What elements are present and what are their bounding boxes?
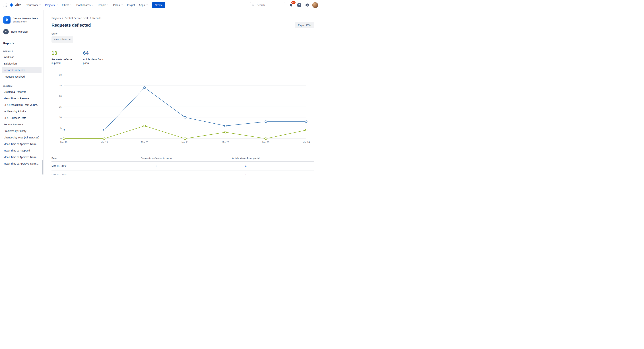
profile-button[interactable]: [312, 2, 318, 8]
data-point[interactable]: [103, 138, 105, 140]
notification-badge: 9+: [291, 1, 296, 4]
sidebar-group-title: CUSTOM: [3, 85, 42, 87]
nav-item-insight[interactable]: Insight: [125, 0, 137, 10]
table-header-row: DateRequests deflected in portalArticle …: [52, 155, 314, 162]
chart-container: 051015202530Mar 18Mar 19Mar 20Mar 21Mar …: [52, 73, 314, 146]
settings-button[interactable]: [304, 2, 310, 8]
nav-item-apps[interactable]: Apps: [137, 0, 150, 10]
data-point[interactable]: [305, 129, 307, 131]
table-body: Mar 18, 202204Mar 19, 202204: [52, 162, 314, 174]
nav-item-people[interactable]: People: [96, 0, 111, 10]
table-row: Mar 18, 202204: [52, 162, 314, 171]
breadcrumb-link-central-service-desk[interactable]: Central Service Desk: [64, 17, 88, 19]
y-tick-label: 0: [60, 137, 62, 140]
table-cell-date: Mar 18, 2022: [52, 165, 117, 167]
data-point[interactable]: [224, 131, 226, 133]
table-cell-deflected-link[interactable]: 0: [117, 173, 196, 174]
nav-item-plans[interactable]: Plans: [111, 0, 125, 10]
data-point[interactable]: [265, 138, 267, 140]
app-switcher-button[interactable]: [2, 2, 8, 8]
stat-value: 64: [83, 50, 106, 56]
data-point[interactable]: [144, 87, 146, 89]
sidebar-item-mean-time-to-resolve[interactable]: Mean Time to Resolve: [2, 95, 42, 102]
search-input[interactable]: [250, 2, 286, 8]
page-title: Requests deflected: [52, 23, 91, 28]
page-layout: Central Service Desk Service project Bac…: [0, 10, 322, 174]
back-to-project-link[interactable]: Back to project: [3, 29, 42, 34]
app-grid-icon: [3, 3, 7, 7]
project-name: Central Service Desk: [13, 17, 38, 20]
back-to-project-label: Back to project: [11, 30, 28, 33]
sidebar-item-mean-time-to-respond[interactable]: Mean Time to Respond: [2, 147, 42, 154]
sidebar-item-incidents-by-priority[interactable]: Incidents by Priority: [2, 108, 42, 115]
y-tick-label: 5: [60, 127, 62, 129]
project-avatar: [3, 16, 10, 23]
data-point[interactable]: [144, 125, 146, 127]
nav-item-filters[interactable]: Filters: [60, 0, 74, 10]
x-tick-label: Mar 21: [182, 141, 188, 143]
nav-item-label: Your work: [26, 4, 38, 6]
sidebar-item-mean-time-to-approve-norm[interactable]: Mean Time to Approve 'Norm...: [2, 141, 42, 147]
nav-item-your-work[interactable]: Your work: [24, 0, 43, 10]
avatar: [312, 2, 318, 8]
nav-item-label: Dashboards: [76, 4, 90, 6]
sidebar-item-problems-by-priority[interactable]: Problems by Priority: [2, 128, 42, 134]
sidebar-item-requests-deflected[interactable]: Requests deflected: [2, 67, 42, 73]
stat-article-views-from-portal: 64Article views from portal: [83, 50, 106, 65]
notifications-button[interactable]: 9+: [288, 2, 294, 8]
data-point[interactable]: [184, 116, 186, 118]
sidebar-item-service-requests[interactable]: Service Requests: [2, 121, 42, 128]
nav-item-label: People: [98, 4, 106, 6]
summary-stats: 13Requests deflected in portal64Article …: [52, 50, 314, 65]
nav-item-label: Insight: [127, 4, 135, 6]
breadcrumb-link-projects[interactable]: Projects: [52, 17, 61, 19]
sidebar-item-created-resolved[interactable]: Created & Resolved: [2, 89, 42, 95]
sidebar-item-sla-success-rate[interactable]: SLA - Success Rate: [2, 115, 42, 121]
period-dropdown[interactable]: Past 7 days: [52, 36, 73, 42]
top-navigation: Jira Your workProjectsFiltersDashboardsP…: [0, 0, 322, 10]
stat-label: Article views from portal: [83, 58, 106, 65]
data-point[interactable]: [265, 120, 267, 122]
breadcrumb: Projects/Central Service Desk/Reports: [52, 17, 314, 19]
nav-item-label: Filters: [62, 4, 69, 6]
create-button[interactable]: Create: [152, 2, 165, 8]
table-cell-deflected-link[interactable]: 0: [117, 165, 196, 167]
sidebar-group-title: DEFAULT: [3, 50, 42, 52]
nav-item-projects[interactable]: Projects: [43, 0, 60, 10]
stat-label: Requests deflected in portal: [52, 58, 75, 65]
sidebar-item-mean-time-to-approve-norm[interactable]: Mean Time to Approve 'Norm...: [2, 154, 42, 160]
project-type: Service project: [13, 20, 38, 23]
nav-item-label: Apps: [139, 4, 145, 6]
chevron-down-icon: [68, 38, 71, 41]
breadcrumb-link-reports[interactable]: Reports: [92, 17, 101, 19]
sidebar-item-sla-resolution-met-vs-bre[interactable]: SLA (Resolution) - Met vs Bre...: [2, 102, 42, 108]
sidebar-item-mean-time-to-approve-norm[interactable]: Mean Time to Approve 'Norm...: [2, 160, 42, 167]
sidebar: Central Service Desk Service project Bac…: [0, 10, 44, 174]
chevron-down-icon: [92, 4, 94, 6]
sidebar-heading: Reports: [3, 42, 42, 45]
project-meta: Central Service Desk Service project: [13, 17, 38, 23]
data-point[interactable]: [63, 138, 65, 140]
y-tick-label: 20: [59, 95, 62, 97]
sidebar-item-satisfaction[interactable]: Satisfaction: [2, 60, 42, 67]
table-cell-views-link[interactable]: 4: [196, 173, 296, 174]
nav-item-dashboards[interactable]: Dashboards: [74, 0, 96, 10]
data-point[interactable]: [63, 129, 65, 131]
data-point[interactable]: [305, 120, 307, 122]
jira-logo[interactable]: Jira: [8, 3, 24, 7]
export-csv-button[interactable]: Export CSV: [295, 22, 314, 28]
rocket-icon: [5, 18, 9, 22]
sidebar-scrollbar[interactable]: [42, 160, 43, 174]
sidebar-item-workload[interactable]: Workload: [2, 54, 42, 60]
sidebar-item-requests-resolved[interactable]: Requests resolved: [2, 73, 42, 80]
table-cell-views-link[interactable]: 4: [196, 165, 296, 167]
data-point[interactable]: [103, 129, 105, 131]
breadcrumb-separator: /: [90, 17, 91, 19]
chevron-down-icon: [121, 4, 123, 6]
data-point[interactable]: [224, 125, 226, 127]
data-point[interactable]: [184, 138, 186, 140]
sidebar-groups: DEFAULTWorkloadSatisfactionRequests defl…: [2, 50, 42, 167]
help-button[interactable]: ?: [296, 2, 302, 8]
divider: [2, 38, 41, 38]
sidebar-item-changes-by-type-all-statuses[interactable]: Changes by Type (All Statuses): [2, 134, 42, 141]
